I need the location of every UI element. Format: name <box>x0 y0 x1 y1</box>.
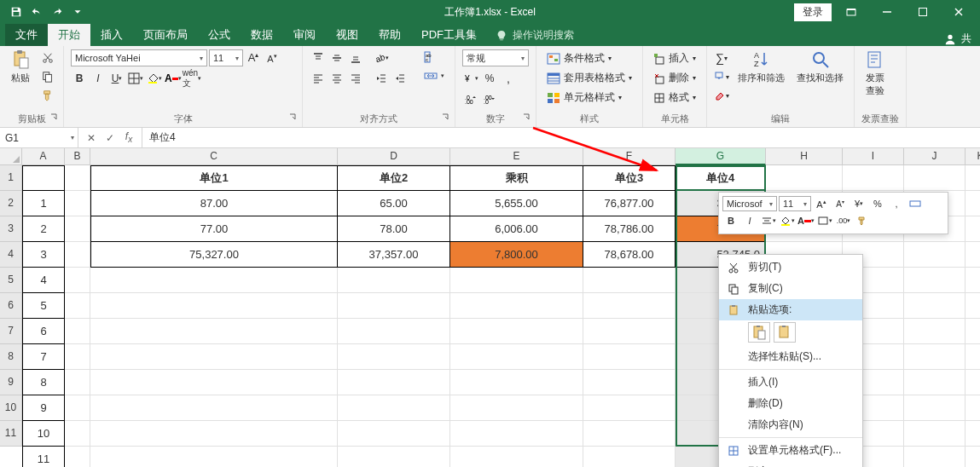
paste-option-normal[interactable] <box>748 322 770 343</box>
cell[interactable] <box>65 165 90 191</box>
invoice-check-button[interactable]: 发票 查验 <box>861 49 889 97</box>
cell[interactable] <box>90 344 338 370</box>
tab-home[interactable]: 开始 <box>48 24 90 46</box>
row-header-10[interactable]: 10 <box>0 395 22 421</box>
cell-styles-button[interactable]: 单元格样式▾ <box>543 89 635 107</box>
row-header-7[interactable]: 7 <box>0 319 22 344</box>
cell[interactable] <box>583 395 676 421</box>
cell[interactable]: 37,357.00 <box>338 242 450 268</box>
cell[interactable] <box>904 242 966 268</box>
cell[interactable] <box>966 447 980 467</box>
redo-button[interactable] <box>48 3 67 21</box>
cell[interactable] <box>583 293 676 319</box>
mini-decimals[interactable]: .00▾ <box>835 213 852 228</box>
name-box[interactable]: G1▾ <box>0 128 78 147</box>
qat-customize-button[interactable] <box>68 3 87 21</box>
font-color-button[interactable]: A▾ <box>165 70 182 87</box>
align-middle-button[interactable] <box>328 49 345 66</box>
mini-comma[interactable]: , <box>888 196 905 211</box>
cell[interactable] <box>338 293 450 319</box>
mini-font-color[interactable]: A▾ <box>797 213 815 228</box>
mini-fill-color[interactable]: ▾ <box>779 213 796 228</box>
align-top-button[interactable] <box>310 49 327 66</box>
cell[interactable] <box>966 216 980 242</box>
cell[interactable] <box>90 395 338 421</box>
cell[interactable] <box>65 447 90 467</box>
col-header-F[interactable]: F <box>583 148 676 165</box>
col-header-H[interactable]: H <box>766 148 843 165</box>
cell[interactable]: 单位1 <box>90 165 338 191</box>
mini-shrink-font[interactable]: A▾ <box>832 196 849 211</box>
mini-font-select[interactable]: Microsof▾ <box>722 196 777 211</box>
mini-grow-font[interactable]: A▴ <box>813 196 830 211</box>
cell[interactable] <box>338 395 450 421</box>
formula-input[interactable]: 单位4 <box>142 128 980 147</box>
cell[interactable] <box>65 242 90 268</box>
cell[interactable] <box>904 447 966 467</box>
share-area[interactable]: 共 <box>944 32 980 46</box>
cell[interactable]: 6 <box>22 319 65 344</box>
ctx-insert[interactable]: 插入(I) <box>719 372 862 393</box>
tab-data[interactable]: 数据 <box>241 24 283 46</box>
cell[interactable] <box>65 344 90 370</box>
cell[interactable] <box>90 319 338 344</box>
increase-decimal-button[interactable]: .0.00 <box>462 90 479 107</box>
undo-button[interactable] <box>27 3 46 21</box>
cell[interactable] <box>450 421 583 447</box>
cell[interactable] <box>65 421 90 447</box>
cell[interactable] <box>450 344 583 370</box>
ctx-cut[interactable]: 剪切(T) <box>719 257 862 278</box>
autosum-button[interactable]: ∑▾ <box>714 49 729 66</box>
cell[interactable]: 单位2 <box>338 165 450 191</box>
cell[interactable]: 11 <box>22 447 65 467</box>
mini-format-painter[interactable] <box>854 213 871 228</box>
font-name-select[interactable]: Microsoft YaHei▾ <box>71 49 207 66</box>
row-header-8[interactable]: 8 <box>0 344 22 370</box>
conditional-format-button[interactable]: 条件格式▾ <box>543 49 635 67</box>
cell[interactable] <box>65 319 90 344</box>
cell[interactable] <box>65 370 90 395</box>
ribbon-display-button[interactable] <box>835 2 867 22</box>
select-all-button[interactable] <box>0 148 22 165</box>
cell[interactable] <box>583 319 676 344</box>
cell[interactable] <box>90 293 338 319</box>
bold-button[interactable]: B <box>71 70 88 87</box>
mini-percent[interactable]: % <box>869 196 886 211</box>
cell[interactable] <box>904 293 966 319</box>
cell[interactable] <box>966 268 980 293</box>
tab-review[interactable]: 审阅 <box>283 24 326 46</box>
login-button[interactable]: 登录 <box>794 3 832 21</box>
cell[interactable] <box>904 395 966 421</box>
decrease-indent-button[interactable] <box>373 70 390 87</box>
cell[interactable] <box>904 370 966 395</box>
clipboard-launcher[interactable] <box>48 111 60 123</box>
mini-merge[interactable] <box>907 196 924 211</box>
table-format-button[interactable]: 套用表格格式▾ <box>543 69 635 87</box>
cell[interactable] <box>90 447 338 467</box>
cell[interactable]: 3 <box>22 242 65 268</box>
underline-button[interactable]: U▾ <box>108 70 125 87</box>
cell[interactable] <box>65 268 90 293</box>
cell[interactable] <box>966 421 980 447</box>
ctx-delete[interactable]: 删除(D) <box>719 393 862 414</box>
cell[interactable] <box>65 395 90 421</box>
merge-button[interactable]: ▾ <box>420 68 448 84</box>
cell[interactable] <box>904 319 966 344</box>
cell[interactable] <box>966 395 980 421</box>
paste-option-values[interactable] <box>774 322 796 343</box>
cell[interactable] <box>65 293 90 319</box>
borders-button[interactable]: ▾ <box>127 70 144 87</box>
decrease-decimal-button[interactable]: .00.0 <box>481 90 498 107</box>
grow-font-button[interactable]: A▴ <box>245 49 262 66</box>
cell[interactable]: 5,655.00 <box>450 191 583 216</box>
cell[interactable]: 76,877.00 <box>583 191 676 216</box>
col-header-D[interactable]: D <box>338 148 450 165</box>
mini-align[interactable]: ▾ <box>760 213 777 228</box>
cell[interactable] <box>450 319 583 344</box>
number-launcher[interactable] <box>520 111 532 123</box>
format-painter-button[interactable] <box>39 87 56 104</box>
cell[interactable] <box>450 395 583 421</box>
cell[interactable] <box>583 447 676 467</box>
delete-cells-button[interactable]: 删除▾ <box>650 69 699 87</box>
font-launcher[interactable] <box>287 111 299 123</box>
